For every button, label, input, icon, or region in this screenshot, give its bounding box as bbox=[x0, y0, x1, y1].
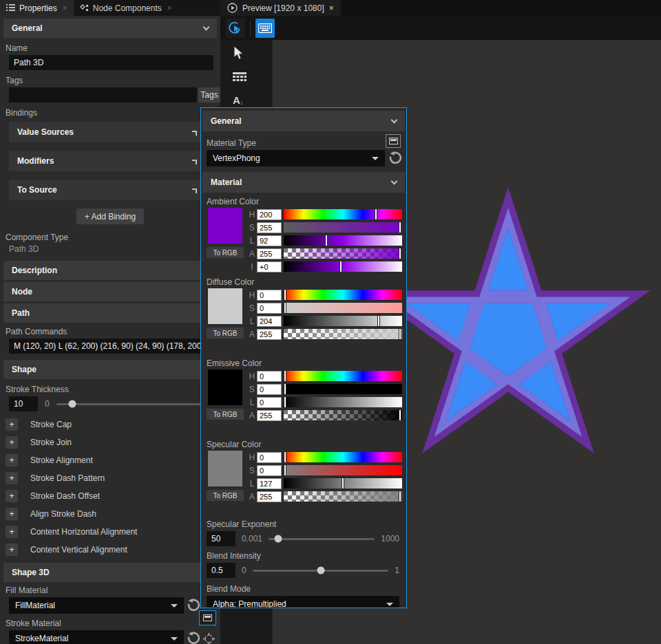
close-icon[interactable]: × bbox=[167, 3, 172, 13]
reset-icon[interactable] bbox=[388, 151, 402, 165]
specular-exponent-slider[interactable] bbox=[269, 538, 375, 540]
hue-slider[interactable] bbox=[284, 452, 402, 462]
alpha-input[interactable] bbox=[257, 329, 282, 340]
close-icon[interactable]: × bbox=[63, 3, 67, 13]
text-analyze-tool-button[interactable]: A↓ bbox=[233, 94, 243, 106]
section-path[interactable]: Path bbox=[3, 303, 217, 323]
alpha-slider[interactable] bbox=[284, 329, 402, 339]
hue-slider[interactable] bbox=[284, 209, 402, 219]
material-type-dropdown[interactable]: VertexPhong bbox=[207, 150, 385, 167]
alpha-slider[interactable] bbox=[284, 410, 402, 420]
hue-row: H bbox=[248, 369, 402, 383]
alpha-slider[interactable] bbox=[284, 248, 402, 259]
slider-handle[interactable] bbox=[68, 400, 76, 408]
saturation-input[interactable] bbox=[257, 222, 282, 233]
blend-mode-dropdown[interactable]: Alpha: Premultiplied bbox=[207, 596, 399, 608]
name-input[interactable] bbox=[9, 55, 213, 70]
hue-slider[interactable] bbox=[284, 371, 402, 381]
hue-input[interactable] bbox=[257, 290, 282, 301]
to-rgb-button[interactable]: To RGB bbox=[207, 328, 244, 339]
stroke-thickness-label: Stroke Thickness bbox=[6, 385, 220, 394]
section-to-source[interactable]: To Source bbox=[9, 180, 205, 200]
select-tool-button[interactable] bbox=[233, 45, 245, 63]
slider-handle[interactable] bbox=[274, 535, 282, 543]
blend-intensity-slider[interactable] bbox=[253, 570, 389, 572]
fill-material-dropdown[interactable]: FillMaterial bbox=[9, 597, 184, 614]
lightness-slider[interactable] bbox=[284, 316, 402, 326]
virtual-keyboard-button[interactable] bbox=[255, 19, 275, 38]
hue-input[interactable] bbox=[257, 371, 282, 382]
ambient-color-swatch[interactable] bbox=[208, 208, 242, 244]
blend-intensity-input[interactable] bbox=[207, 563, 235, 578]
saturation-slider[interactable] bbox=[284, 303, 402, 313]
lightness-slider[interactable] bbox=[284, 397, 402, 407]
lightness-input[interactable] bbox=[257, 235, 282, 246]
alpha-input[interactable] bbox=[257, 248, 282, 259]
channel-label: S bbox=[248, 223, 256, 233]
grid-tool-button[interactable] bbox=[233, 72, 246, 85]
saturation-slider[interactable] bbox=[284, 384, 402, 394]
add-property-button[interactable]: + bbox=[6, 418, 18, 431]
stroke-material-dropdown[interactable]: StrokeMaterial bbox=[9, 630, 184, 644]
intensity-slider[interactable] bbox=[284, 261, 402, 272]
slider-handle[interactable] bbox=[317, 567, 324, 575]
section-node[interactable]: Node bbox=[3, 282, 217, 301]
section-general[interactable]: General bbox=[3, 19, 217, 38]
intensity-input[interactable] bbox=[257, 261, 282, 272]
interact-tool-button[interactable] bbox=[226, 19, 245, 38]
add-property-button[interactable]: + bbox=[6, 472, 18, 484]
to-rgb-button[interactable]: To RGB bbox=[207, 247, 244, 258]
add-property-button[interactable]: + bbox=[6, 526, 18, 538]
path-commands-input[interactable] bbox=[9, 339, 213, 354]
tags-button[interactable]: Tags bbox=[198, 87, 220, 103]
tab-node-components[interactable]: Node Components × bbox=[74, 0, 178, 16]
specular-color-swatch[interactable] bbox=[208, 451, 242, 486]
lightness-input[interactable] bbox=[257, 478, 282, 489]
specular-exponent-input[interactable] bbox=[207, 531, 235, 546]
add-binding-button[interactable]: + Add Binding bbox=[76, 208, 144, 224]
section-shape-3d[interactable]: Shape 3D bbox=[3, 563, 217, 582]
close-icon[interactable]: × bbox=[329, 3, 334, 13]
saturation-slider[interactable] bbox=[284, 465, 402, 475]
target-icon[interactable] bbox=[203, 633, 215, 644]
hue-input[interactable] bbox=[257, 452, 282, 463]
lightness-input[interactable] bbox=[257, 397, 282, 408]
section-description[interactable]: Description bbox=[3, 261, 217, 280]
section-modifiers[interactable]: Modifiers bbox=[9, 151, 205, 171]
diffuse-color-swatch[interactable] bbox=[208, 288, 242, 324]
reset-icon[interactable] bbox=[187, 632, 200, 644]
reset-icon[interactable] bbox=[187, 599, 200, 612]
saturation-slider[interactable] bbox=[284, 222, 402, 233]
add-property-button[interactable]: + bbox=[6, 454, 18, 466]
lightness-slider[interactable] bbox=[284, 478, 402, 489]
tab-preview[interactable]: Preview [1920 x 1080] × bbox=[220, 0, 341, 16]
stroke-thickness-slider[interactable] bbox=[56, 403, 215, 405]
open-editor-icon[interactable] bbox=[386, 134, 401, 148]
section-shape[interactable]: Shape bbox=[3, 360, 217, 379]
dialog-section-material[interactable]: Material bbox=[202, 172, 405, 193]
add-property-button[interactable]: + bbox=[6, 490, 18, 502]
alpha-input[interactable] bbox=[257, 410, 282, 421]
lightness-input[interactable] bbox=[257, 316, 282, 327]
kanzi-studio-window: Properties × Node Components × Preview [… bbox=[0, 0, 661, 644]
stroke-thickness-input[interactable] bbox=[9, 396, 38, 411]
tags-input[interactable] bbox=[9, 87, 197, 103]
dialog-section-general[interactable]: General bbox=[202, 111, 405, 131]
lightness-slider[interactable] bbox=[284, 235, 402, 246]
hue-slider[interactable] bbox=[284, 290, 402, 300]
add-property-button[interactable]: + bbox=[6, 508, 18, 520]
add-property-button[interactable]: + bbox=[6, 436, 18, 449]
alpha-slider[interactable] bbox=[284, 491, 402, 502]
saturation-input[interactable] bbox=[257, 384, 282, 395]
alpha-input[interactable] bbox=[257, 491, 282, 502]
saturation-input[interactable] bbox=[257, 465, 282, 476]
add-property-button[interactable]: + bbox=[6, 544, 18, 556]
tab-properties[interactable]: Properties × bbox=[0, 0, 74, 16]
saturation-input[interactable] bbox=[257, 303, 282, 314]
to-rgb-button[interactable]: To RGB bbox=[207, 409, 244, 420]
emissive-color-swatch[interactable] bbox=[208, 369, 242, 405]
to-rgb-button[interactable]: To RGB bbox=[207, 490, 244, 501]
section-value-sources[interactable]: Value Sources bbox=[9, 122, 205, 142]
material-editor-toggle-button[interactable] bbox=[199, 610, 216, 625]
hue-input[interactable] bbox=[257, 209, 282, 220]
